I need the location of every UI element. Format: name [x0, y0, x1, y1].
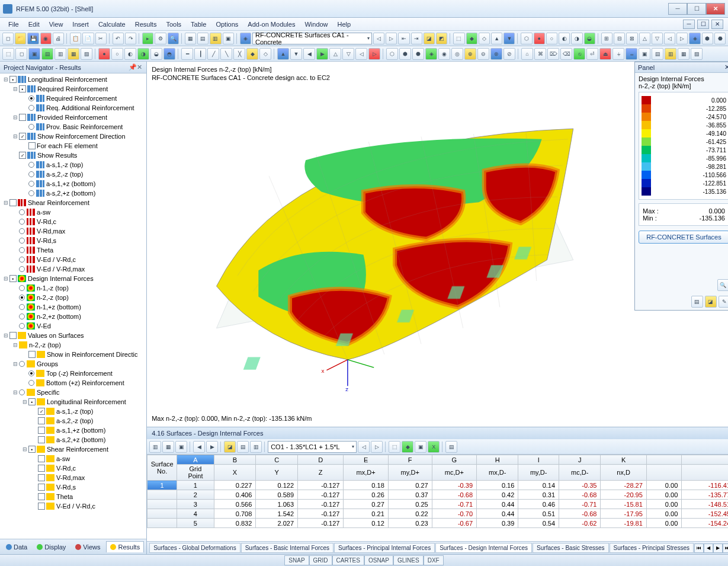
- t19-icon[interactable]: ◁: [664, 33, 675, 44]
- tree-theta[interactable]: Theta: [37, 247, 53, 254]
- u18-icon[interactable]: ╳: [233, 48, 245, 60]
- tree-show-in-dir[interactable]: Show in Reinforcement Directic: [47, 351, 137, 358]
- tree-show-dir[interactable]: Show Reinforcement Direction: [37, 133, 126, 140]
- u15-icon[interactable]: ┃: [194, 48, 206, 60]
- menu-insert[interactable]: Insert: [69, 20, 92, 29]
- u32-icon[interactable]: ◈: [425, 48, 437, 60]
- menu-calculate[interactable]: Calculate: [95, 20, 129, 29]
- u39-icon[interactable]: ⌂: [521, 48, 533, 60]
- u2-icon[interactable]: ◻: [15, 48, 27, 60]
- panel-t3-icon[interactable]: ✎: [719, 296, 728, 308]
- tt4-icon[interactable]: ◀: [193, 441, 205, 453]
- u45-icon[interactable]: ⏏: [599, 48, 611, 60]
- tree-s-as2ztop[interactable]: a-s,2,-z (top): [56, 417, 93, 424]
- t7-icon[interactable]: ▼: [503, 33, 515, 44]
- u49-icon[interactable]: ▤: [652, 48, 663, 60]
- u6-icon[interactable]: ▦: [68, 48, 79, 60]
- tree-long-reinf2[interactable]: Longitudinal Reinforcement: [47, 398, 126, 405]
- t3-icon[interactable]: ⬚: [453, 33, 464, 44]
- tree-prov-basic[interactable]: Prov. Basic Reinforcement: [46, 123, 123, 130]
- maximize-button[interactable]: ☐: [687, 3, 706, 15]
- t6-icon[interactable]: ▲: [491, 33, 502, 44]
- t17-icon[interactable]: △: [639, 33, 650, 44]
- t4-icon[interactable]: ◆: [466, 33, 477, 44]
- status-dxf[interactable]: DXF: [424, 555, 444, 565]
- u31-icon[interactable]: ⬣: [412, 48, 424, 60]
- undo-icon[interactable]: ↶: [113, 33, 124, 44]
- tree-s-vrdmax[interactable]: V-Rd,max: [56, 474, 85, 481]
- tt1-icon[interactable]: ▥: [149, 441, 161, 453]
- tree-s-as1ztop[interactable]: a-s,1,-z (top): [56, 408, 93, 415]
- tt6-icon[interactable]: ◪: [224, 441, 236, 453]
- tree-bot-reinf[interactable]: Bottom (+z) Reinforcement: [46, 379, 124, 386]
- u9-icon[interactable]: ○: [111, 48, 123, 60]
- nav-pin-icon[interactable]: 📌: [129, 63, 136, 71]
- result-grid[interactable]: SurfaceNo. ABCD EFGH IJK GridPoint Grid …: [147, 455, 728, 541]
- menu-options[interactable]: Options: [212, 20, 242, 29]
- tt11-icon[interactable]: ⬚: [389, 441, 400, 453]
- tree-specific[interactable]: Specific: [37, 389, 60, 396]
- u10-icon[interactable]: ◐: [124, 48, 136, 60]
- u14-icon[interactable]: ━: [181, 48, 193, 60]
- tree-vrds[interactable]: V-Rd,s: [37, 237, 56, 244]
- table-lc-combo[interactable]: CO1 - 1.35*LC1 + 1.5*L: [268, 441, 357, 453]
- u12-icon[interactable]: ◒: [150, 48, 162, 60]
- menu-addon[interactable]: Add-on Modules: [244, 20, 299, 29]
- u40-icon[interactable]: ⌘: [534, 48, 546, 60]
- tree-values-surf[interactable]: Values on Surfaces: [28, 332, 84, 339]
- tree-vrdc[interactable]: V-Rd,c: [37, 218, 56, 225]
- u37-icon[interactable]: ⊗: [490, 48, 502, 60]
- find-icon[interactable]: 🔍: [168, 33, 179, 44]
- t22-icon[interactable]: ⬢: [702, 33, 713, 44]
- opt-icon[interactable]: ⚙: [155, 33, 166, 44]
- tree-n1ztop[interactable]: n-1,-z (top): [37, 284, 69, 292]
- u19-icon[interactable]: ◆: [246, 48, 258, 60]
- tree-s-vedvrdc[interactable]: V-Ed / V-Rd,c: [56, 503, 95, 510]
- tt12-icon[interactable]: ◆: [402, 441, 413, 453]
- tree-long-reinf[interactable]: Longitudinal Reinforcement: [28, 76, 107, 83]
- u7-icon[interactable]: ▧: [81, 48, 92, 60]
- tree-n1zbot[interactable]: n-1,+z (bottom): [37, 303, 81, 311]
- tab-prev-icon[interactable]: ◀: [704, 543, 713, 553]
- cut-icon[interactable]: ✂: [95, 33, 107, 44]
- tree-n2zbot[interactable]: n-2,+z (bottom): [37, 313, 81, 320]
- tab-next-icon[interactable]: ▶: [713, 543, 723, 553]
- tab-first-icon[interactable]: ⏮: [694, 543, 704, 553]
- u35-icon[interactable]: ⊕: [464, 48, 476, 60]
- tree-s-as1zbot[interactable]: a-s,1,+z (bottom): [56, 427, 105, 434]
- tree-top-reinf[interactable]: Top (-z) Reinforcement: [46, 370, 113, 377]
- status-osnap[interactable]: OSNAP: [364, 555, 393, 565]
- panel-t2-icon[interactable]: ◪: [705, 296, 717, 308]
- u4-icon[interactable]: ▤: [41, 48, 53, 60]
- tree-s-asw[interactable]: a-sw: [56, 455, 70, 462]
- tree-vedvrdc[interactable]: V-Ed / V-Rd,c: [37, 256, 76, 263]
- u36-icon[interactable]: ⊖: [477, 48, 489, 60]
- next-icon[interactable]: ▷: [386, 33, 397, 44]
- t2-icon[interactable]: ◩: [436, 33, 447, 44]
- tt7-icon[interactable]: ▤: [237, 441, 249, 453]
- t9-icon[interactable]: ●: [534, 33, 545, 44]
- tt-excel-icon[interactable]: X: [428, 441, 440, 453]
- u25-icon[interactable]: △: [329, 48, 341, 60]
- ttab-global-def[interactable]: Surfaces - Global Deformations: [149, 543, 240, 553]
- tt5-icon[interactable]: ▶: [206, 441, 218, 453]
- close-button[interactable]: ✕: [706, 3, 725, 15]
- tree-s-as2zbot[interactable]: a-s,2,+z (bottom): [56, 436, 105, 443]
- u17-icon[interactable]: ╲: [220, 48, 232, 60]
- status-glines[interactable]: GLINES: [393, 555, 424, 565]
- nav-close-icon[interactable]: ✕: [136, 63, 143, 71]
- t12-icon[interactable]: ◑: [571, 33, 582, 44]
- open-icon[interactable]: 📁: [15, 33, 26, 44]
- view4-icon[interactable]: ▣: [223, 33, 234, 44]
- u46-icon[interactable]: ⏚: [612, 48, 624, 60]
- u29-icon[interactable]: ⬡: [386, 48, 398, 60]
- mdi-maximize[interactable]: ☐: [697, 20, 709, 29]
- calc-icon[interactable]: ▸: [142, 33, 153, 44]
- status-grid[interactable]: GRID: [309, 555, 332, 565]
- u48-icon[interactable]: ▣: [639, 48, 650, 60]
- tree-s-vrds[interactable]: V-Rd,s: [56, 484, 76, 491]
- menu-help[interactable]: Help: [334, 20, 355, 29]
- status-cartes[interactable]: CARTES: [332, 555, 364, 565]
- u22-icon[interactable]: ▼: [290, 48, 302, 60]
- nav-icon[interactable]: ◈: [240, 33, 251, 44]
